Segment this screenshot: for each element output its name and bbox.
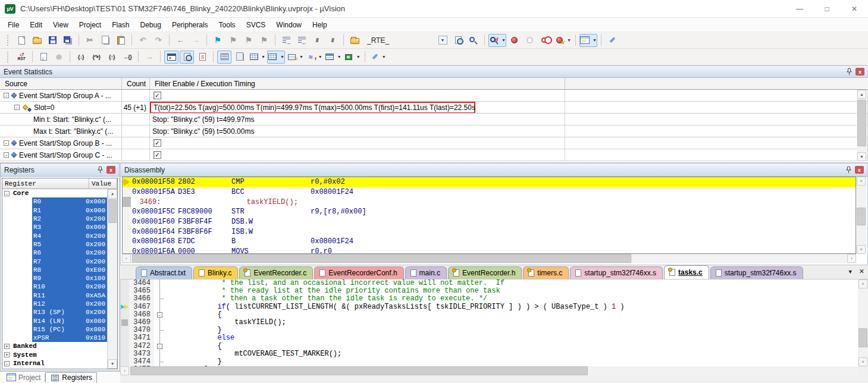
disassembly-vertical-scrollbar[interactable]: ˄ ˅	[856, 177, 866, 254]
reset-button[interactable]: ↺RST	[14, 51, 29, 64]
dropdown-arrow-icon[interactable]: ▼	[502, 38, 506, 42]
scroll-thumb[interactable]	[130, 366, 588, 375]
dropdown-arrow-icon[interactable]: ▼	[280, 55, 284, 59]
system-viewer-button[interactable]: ▼	[343, 51, 361, 64]
scroll-thumb[interactable]	[858, 328, 867, 347]
dropdown-arrow-icon[interactable]: ▼	[299, 55, 303, 59]
menu-flash[interactable]: Flash	[106, 18, 134, 32]
event-row[interactable]: -Slot=045 (+1)T(tot)=22.50s T(avg)=500.0…	[0, 102, 868, 114]
column-register[interactable]: Register	[2, 178, 89, 189]
find-in-files-button[interactable]	[451, 34, 465, 47]
paste-button[interactable]	[114, 34, 128, 47]
event-row[interactable]: Min t: Start: "Blinky.c" (...Stop: "Blin…	[0, 114, 868, 125]
call-stack-window-button[interactable]	[233, 51, 247, 64]
menu-file[interactable]: File	[2, 18, 24, 32]
document-tab-blinky-c[interactable]: Blinky.c	[193, 266, 238, 279]
expand-toggle-icon[interactable]: +	[4, 352, 10, 357]
undo-button[interactable]: ↶	[136, 34, 150, 47]
scroll-down-icon[interactable]: ▼	[857, 152, 866, 161]
pin-icon[interactable]	[845, 166, 852, 174]
manage-rte-button[interactable]	[347, 34, 362, 47]
expand-toggle-icon[interactable]: -	[4, 361, 10, 366]
event-row[interactable]: -Event Start/Stop Group C - ...✓	[0, 149, 868, 161]
dropdown-arrow-icon[interactable]: ▼	[261, 55, 265, 59]
unindent-button[interactable]	[294, 34, 309, 47]
scroll-down-icon[interactable]: ▼	[108, 359, 117, 369]
dock-tab-registers[interactable]: Registers	[45, 372, 97, 383]
close-icon[interactable]: x	[855, 166, 864, 174]
dropdown-arrow-icon[interactable]: ▼	[356, 55, 361, 59]
document-tab-timers-c[interactable]: timers.c	[523, 266, 569, 279]
register-row[interactable]: R20x200	[2, 215, 107, 223]
fold-margin[interactable]	[154, 287, 166, 295]
fold-margin[interactable]	[154, 303, 166, 311]
pin-icon[interactable]	[96, 166, 104, 174]
fold-margin[interactable]: -	[154, 311, 166, 319]
command-window-button[interactable]	[164, 51, 178, 64]
expand-toggle-icon[interactable]: -	[14, 105, 20, 110]
configure-button[interactable]	[605, 34, 619, 47]
document-tab-main-c[interactable]: main.c	[405, 266, 447, 279]
disable-breakpoint-button[interactable]	[523, 34, 537, 47]
event-row[interactable]: -Event Start/Stop Group B - ...✓	[0, 137, 868, 149]
toolbox-button[interactable]: ▼	[369, 51, 387, 64]
registers-window-button[interactable]	[217, 51, 231, 64]
disassembly-view[interactable]: 0x08001F582802CMPr0,#0x020x08001F5AD3E3B…	[122, 177, 856, 254]
expand-toggle-icon[interactable]: -	[4, 152, 9, 158]
document-tab-eventrecorder-h[interactable]: EventRecorder.h	[448, 266, 522, 279]
scroll-right-icon[interactable]: ›	[847, 254, 856, 263]
fold-margin[interactable]	[154, 319, 166, 327]
expand-toggle-icon[interactable]: -	[4, 93, 9, 98]
register-row[interactable]: R14 (LR)0x080	[2, 316, 107, 325]
menu-window[interactable]: Window	[271, 18, 307, 32]
fold-margin[interactable]	[154, 327, 166, 334]
close-icon[interactable]: x	[106, 166, 115, 174]
register-row[interactable]: R13 (SP)0x200	[2, 308, 107, 316]
maximize-button[interactable]: □	[813, 0, 841, 18]
register-row[interactable]: R60x200	[2, 249, 107, 257]
open-file-button[interactable]	[30, 34, 44, 47]
scroll-up-icon[interactable]: ˄	[857, 177, 866, 186]
previous-bookmark-button[interactable]: ⚑	[226, 34, 240, 47]
expand-toggle-icon[interactable]: +	[4, 344, 10, 349]
uncomment-button[interactable]: //	[325, 34, 340, 47]
indent-button[interactable]	[279, 34, 293, 47]
clear-bookmarks-button[interactable]: ⚑	[257, 34, 271, 47]
scroll-up-icon[interactable]: ▲	[857, 90, 866, 99]
watch-windows-button[interactable]: ▼	[248, 51, 266, 64]
document-tab-eventrecorderconf-h[interactable]: EventRecorderConf.h	[314, 266, 403, 279]
dropdown-arrow-icon[interactable]: ▼	[318, 55, 322, 59]
register-row[interactable]: R100x200	[2, 282, 107, 291]
register-row[interactable]: R00x000	[2, 197, 107, 206]
dropdown-arrow-icon[interactable]: ▼	[337, 55, 341, 59]
column-count[interactable]: Count	[122, 78, 150, 89]
editor-vertical-scrollbar[interactable]: ˄ ˅	[858, 280, 868, 366]
dropdown-arrow-icon[interactable]: ▼	[382, 55, 386, 59]
register-row[interactable]: R120x200	[2, 300, 107, 308]
tab-list-icon[interactable]: ▼	[848, 269, 853, 275]
dropdown-arrow-icon[interactable]: ▼	[567, 38, 571, 42]
menu-edit[interactable]: Edit	[24, 18, 48, 32]
memory-windows-button[interactable]: ▼	[267, 51, 285, 64]
save-button[interactable]	[45, 34, 59, 47]
expand-toggle-icon[interactable]: -	[4, 191, 10, 196]
serial-windows-button[interactable]: ▼	[286, 51, 304, 64]
register-row[interactable]: R10x000	[2, 206, 107, 215]
fold-margin[interactable]	[154, 295, 166, 303]
register-row[interactable]: R90x100	[2, 274, 107, 282]
fold-margin[interactable]	[154, 280, 166, 287]
register-row[interactable]: R70x200	[2, 257, 107, 265]
menu-tools[interactable]: Tools	[214, 18, 241, 32]
insert-breakpoint-button[interactable]	[507, 34, 522, 47]
cut-button[interactable]: ✂	[83, 34, 97, 47]
fold-margin[interactable]	[154, 334, 166, 342]
fold-margin[interactable]	[154, 350, 166, 358]
analysis-windows-button[interactable]: ≈▼	[305, 51, 323, 64]
comment-button[interactable]: //	[310, 34, 324, 47]
register-row[interactable]: +xPSR0x810	[2, 334, 107, 342]
column-filter[interactable]: Filter Enable / Execution Timing	[150, 78, 565, 89]
menu-peripherals[interactable]: Peripherals	[167, 18, 214, 32]
column-source[interactable]: Source	[0, 78, 122, 89]
scroll-down-icon[interactable]: ˅	[857, 245, 866, 254]
expand-toggle-icon[interactable]: -	[4, 140, 9, 146]
